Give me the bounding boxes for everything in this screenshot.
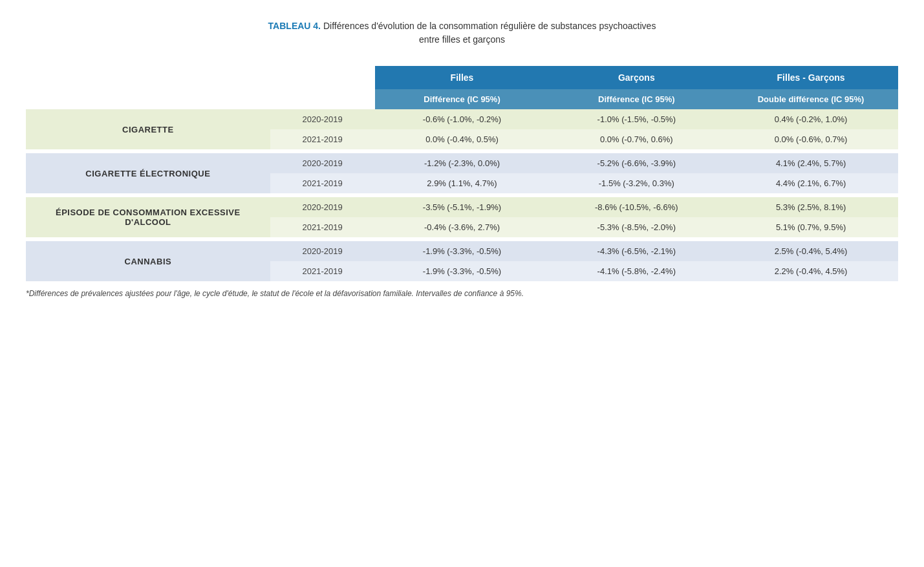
garcons-cell: -5.3% (-8.5%, -2.0%)	[549, 217, 724, 237]
double-diff-cell: 0.0% (-0.6%, 0.7%)	[724, 129, 898, 149]
filles-cell: -0.4% (-3.6%, 2.7%)	[375, 217, 550, 237]
filles-cell: 2.9% (1.1%, 4.7%)	[375, 173, 550, 193]
garcons-cell: 0.0% (-0.7%, 0.6%)	[549, 129, 724, 149]
year-cell: 2020-2019	[270, 241, 375, 261]
filles-cell: -1.2% (-2.3%, 0.0%)	[375, 153, 550, 173]
header-sub-garcons: Différence (IC 95%)	[549, 89, 724, 109]
filles-cell: -1.9% (-3.3%, -0.5%)	[375, 261, 550, 281]
year-cell: 2021-2019	[270, 217, 375, 237]
double-diff-cell: 2.2% (-0.4%, 4.5%)	[724, 261, 898, 281]
table-row: CIGARETTE ÉLECTRONIQUE2020-2019-1.2% (-2…	[26, 153, 898, 173]
title-bold: TABLEAU 4.	[268, 21, 321, 31]
substance-label: CANNABIS	[26, 241, 270, 281]
double-diff-cell: 4.4% (2.1%, 6.7%)	[724, 173, 898, 193]
filles-cell: -1.9% (-3.3%, -0.5%)	[375, 241, 550, 261]
main-table: Filles Garçons Filles - Garçons Différen…	[26, 66, 898, 281]
year-cell: 2020-2019	[270, 109, 375, 129]
garcons-cell: -1.5% (-3.2%, 0.3%)	[549, 173, 724, 193]
double-diff-cell: 5.1% (0.7%, 9.5%)	[724, 217, 898, 237]
header-sub-empty	[26, 89, 375, 109]
garcons-cell: -5.2% (-6.6%, -3.9%)	[549, 153, 724, 173]
header-filles-garcons: Filles - Garçons	[724, 66, 898, 89]
substance-label: CIGARETTE	[26, 109, 270, 149]
year-cell: 2020-2019	[270, 197, 375, 217]
table-row: CANNABIS2020-2019-1.9% (-3.3%, -0.5%)-4.…	[26, 241, 898, 261]
filles-cell: -3.5% (-5.1%, -1.9%)	[375, 197, 550, 217]
garcons-cell: -8.6% (-10.5%, -6.6%)	[549, 197, 724, 217]
double-diff-cell: 2.5% (-0.4%, 5.4%)	[724, 241, 898, 261]
table-row: ÉPISODE DE CONSOMMATION EXCESSIVE D'ALCO…	[26, 197, 898, 217]
page-title: TABLEAU 4. Différences d'évolution de la…	[26, 19, 898, 47]
header-sub-diff: Double différence (IC 95%)	[724, 89, 898, 109]
garcons-cell: -4.3% (-6.5%, -2.1%)	[549, 241, 724, 261]
year-cell: 2021-2019	[270, 173, 375, 193]
header-empty-top	[26, 66, 375, 89]
garcons-cell: -1.0% (-1.5%, -0.5%)	[549, 109, 724, 129]
substance-label: ÉPISODE DE CONSOMMATION EXCESSIVE D'ALCO…	[26, 197, 270, 237]
footnote: *Différences de prévalences ajustées pou…	[26, 289, 898, 298]
table-row: CIGARETTE2020-2019-0.6% (-1.0%, -0.2%)-1…	[26, 109, 898, 129]
filles-cell: 0.0% (-0.4%, 0.5%)	[375, 129, 550, 149]
year-cell: 2021-2019	[270, 129, 375, 149]
header-filles: Filles	[375, 66, 550, 89]
header-garcons: Garçons	[549, 66, 724, 89]
substance-label: CIGARETTE ÉLECTRONIQUE	[26, 153, 270, 193]
title-line2: entre filles et garçons	[419, 34, 505, 45]
year-cell: 2021-2019	[270, 261, 375, 281]
year-cell: 2020-2019	[270, 153, 375, 173]
double-diff-cell: 5.3% (2.5%, 8.1%)	[724, 197, 898, 217]
garcons-cell: -4.1% (-5.8%, -2.4%)	[549, 261, 724, 281]
double-diff-cell: 4.1% (2.4%, 5.7%)	[724, 153, 898, 173]
title-regular: Différences d'évolution de la consommati…	[321, 21, 656, 31]
double-diff-cell: 0.4% (-0.2%, 1.0%)	[724, 109, 898, 129]
filles-cell: -0.6% (-1.0%, -0.2%)	[375, 109, 550, 129]
header-sub-filles: Différence (IC 95%)	[375, 89, 550, 109]
